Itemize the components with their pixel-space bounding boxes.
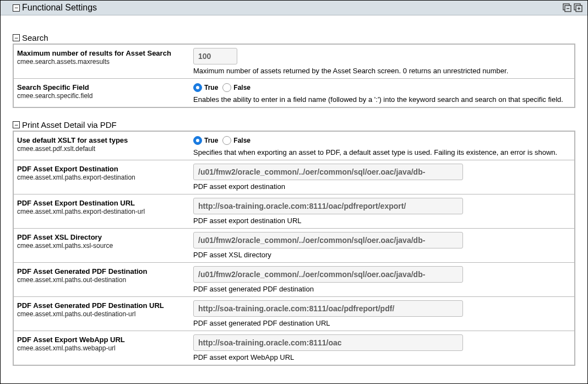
setting-row-gen-pdf-dest: PDF Asset Generated PDF Destination cmee… <box>14 262 574 296</box>
gen-pdf-dest-url-input[interactable] <box>193 300 463 317</box>
collapse-icon[interactable]: − <box>13 121 20 128</box>
section-title: Print Asset Detail via PDF <box>22 120 117 129</box>
setting-row-export-dest: PDF Asset Export Destination cmee.asset.… <box>14 160 574 194</box>
setting-row-gen-pdf-dest-url: PDF Asset Generated PDF Destination URL … <box>14 296 574 331</box>
setting-desc: PDF asset generated PDF destination <box>193 285 570 293</box>
setting-key: cmee.search.assets.maxresults <box>17 58 193 66</box>
export-dest-url-input[interactable] <box>193 198 463 214</box>
setting-desc: PDF asset export destination <box>193 182 570 191</box>
setting-desc: Specifies that when exporting an asset t… <box>193 148 570 156</box>
radio-true[interactable] <box>193 83 202 92</box>
section-pdf: − Print Asset Detail via PDF Use default… <box>13 120 575 366</box>
gen-pdf-dest-input[interactable] <box>193 266 463 283</box>
max-results-input[interactable] <box>193 48 237 64</box>
setting-key: cmee.asset.xml.paths.out-destination-url <box>17 310 193 318</box>
setting-desc: PDF asset export destination URL <box>193 217 570 225</box>
section-title: Search <box>22 33 48 42</box>
setting-key: cmee.asset.xml.paths.export-destination-… <box>17 208 193 215</box>
export-dest-input[interactable] <box>193 164 463 180</box>
setting-desc: Maximum number of assets returned by the… <box>193 67 570 75</box>
setting-label: PDF Asset Generated PDF Destination <box>17 267 193 275</box>
setting-key: cmee.asset.xml.paths.out-destination <box>17 276 193 284</box>
setting-desc: PDF asset generated PDF destination URL <box>193 319 570 327</box>
setting-label: Search Specific Field <box>17 83 193 91</box>
setting-row-export-dest-url: PDF Asset Export Destination URL cmee.as… <box>14 194 574 228</box>
setting-row-webapp-url: PDF Asset Export WebApp URL cmee.asset.x… <box>14 331 574 365</box>
setting-row-xsl-dir: PDF Asset XSL Directory cmee.asset.xml.p… <box>14 228 574 262</box>
setting-row-specific-field: Search Specific Field cmee.search.specif… <box>14 78 574 107</box>
radio-true-label: True <box>204 84 218 91</box>
setting-desc: PDF asset XSL directory <box>193 251 570 259</box>
setting-key: cmee.search.specific.field <box>17 92 193 100</box>
setting-label: Use default XSLT for asset types <box>17 136 193 144</box>
setting-key: cmee.asset.xml.paths.webapp-url <box>17 344 193 352</box>
expand-all-icon[interactable] <box>573 3 583 13</box>
page-title: Functional Settings <box>22 3 97 13</box>
setting-row-max-results: Maximum number of results for Asset Sear… <box>14 45 574 78</box>
radio-true[interactable] <box>193 136 202 145</box>
collapse-icon[interactable]: − <box>13 4 20 12</box>
radio-false-label: False <box>233 84 251 91</box>
xsl-dir-input[interactable] <box>193 232 463 248</box>
setting-key: cmee.asset.xml.paths.export-destination <box>17 174 193 181</box>
setting-label: PDF Asset Export WebApp URL <box>17 336 193 344</box>
setting-label: PDF Asset Generated PDF Destination URL <box>17 301 193 310</box>
radio-false-label: False <box>233 137 251 144</box>
setting-label: Maximum number of results for Asset Sear… <box>17 49 193 57</box>
setting-row-default-xslt: Use default XSLT for asset types cmee.as… <box>14 132 574 160</box>
radio-true-label: True <box>204 137 218 144</box>
page-header: − Functional Settings <box>1 1 587 15</box>
radio-false[interactable] <box>222 136 231 145</box>
section-search: − Search Maximum number of results for A… <box>13 33 575 108</box>
webapp-url-input[interactable] <box>193 334 463 351</box>
setting-desc: Enables the ability to enter in a field … <box>193 95 570 104</box>
setting-key: cmee.asset.pdf.xslt.default <box>17 145 193 153</box>
setting-key: cmee.asset.xml.paths.xsl-source <box>17 242 193 250</box>
setting-label: PDF Asset Export Destination URL <box>17 199 193 207</box>
radio-false[interactable] <box>222 83 231 92</box>
setting-label: PDF Asset Export Destination <box>17 165 193 173</box>
collapse-icon[interactable]: − <box>13 34 20 41</box>
setting-label: PDF Asset XSL Directory <box>17 233 193 241</box>
collapse-all-icon[interactable] <box>562 3 572 13</box>
setting-desc: PDF asset export WebApp URL <box>193 353 570 361</box>
